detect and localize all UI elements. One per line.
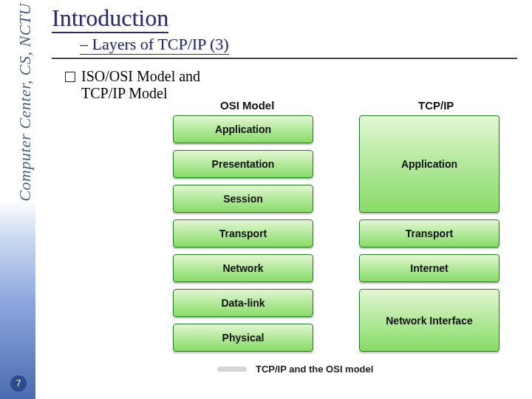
bullet-line-2: TCP/IP Model: [81, 85, 168, 101]
osi-layer: Transport: [173, 219, 313, 248]
bullet-text: ISO/OSI Model and TCP/IP Model: [81, 68, 200, 102]
osi-heading: OSI Model: [220, 99, 274, 112]
tcp-heading: TCP/IP: [418, 99, 454, 112]
tcp-layer: Internet: [359, 254, 499, 282]
tcp-layer: Network Interface: [359, 289, 499, 352]
osi-layer: Physical: [173, 324, 313, 352]
slide-subtitle: – Layers of TCP/IP (3): [80, 35, 229, 55]
tcp-layer: Transport: [359, 219, 499, 248]
subtitle-dash: –: [80, 35, 92, 53]
slide-title: Introduction: [52, 4, 168, 33]
divider: [52, 58, 517, 59]
page-number: 7: [16, 378, 21, 389]
sidebar-org-text: Computer Center, CS, NCTU: [16, 3, 35, 202]
sidebar: Computer Center, CS, NCTU: [0, 0, 35, 399]
tcp-stack: Application Transport Internet Network I…: [359, 115, 499, 358]
subtitle-text: Layers of TCP/IP (3): [92, 35, 229, 53]
osi-layer: Network: [173, 254, 313, 282]
slide-content: Introduction – Layers of TCP/IP (3) ISO/…: [52, 4, 525, 102]
osi-layer: Session: [173, 185, 313, 213]
tcp-layer: Application: [359, 115, 499, 213]
osi-layer: Data-link: [173, 289, 313, 317]
caption-dash-icon: [217, 366, 247, 372]
osi-layer: Presentation: [173, 150, 313, 178]
square-bullet-icon: [65, 72, 75, 82]
caption-text: TCP/IP and the OSI model: [256, 364, 373, 375]
bullet-line-1: ISO/OSI Model and: [81, 68, 200, 84]
osi-stack: Application Presentation Session Transpo…: [173, 115, 313, 358]
diagram-caption: TCP/IP and the OSI model: [217, 364, 373, 375]
bullet-item: ISO/OSI Model and TCP/IP Model: [65, 68, 525, 102]
page-number-badge: 7: [10, 375, 27, 392]
osi-layer: Application: [173, 115, 313, 143]
